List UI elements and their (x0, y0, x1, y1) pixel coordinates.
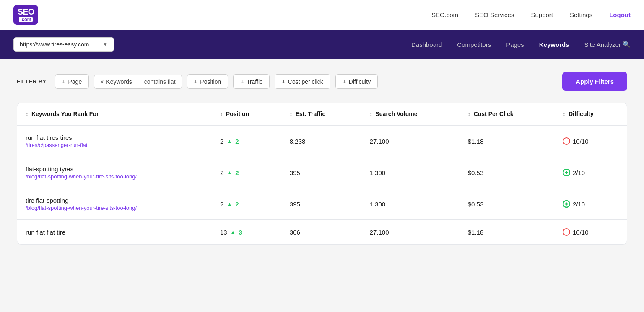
keyword-url[interactable]: /blog/flat-spotting-when-your-tire-sits-… (26, 173, 137, 180)
sort-icon: ↕ (370, 111, 372, 117)
keyword-url[interactable]: /blog/flat-spotting-when-your-tire-sits-… (26, 205, 137, 211)
keyword-name: tire flat-spotting (26, 197, 203, 204)
filter-cpc[interactable]: + Cost per click (275, 74, 330, 89)
top-nav-links: SEO.com SEO Services Support Settings Lo… (431, 11, 631, 18)
plus-icon: + (343, 78, 346, 85)
position-cell: 2 ▲ 2 (212, 157, 281, 188)
filter-difficulty-label: Difficulty (349, 78, 371, 85)
difficulty-cell: 10/10 (554, 220, 627, 245)
close-icon[interactable]: × (100, 78, 104, 85)
sort-icon: ↕ (26, 111, 28, 117)
nav-seo-services[interactable]: SEO Services (475, 11, 514, 18)
nav-logout[interactable]: Logout (609, 11, 631, 18)
main-content: FILTER BY + Page × Keywords contains fla… (0, 59, 644, 258)
nav-seo-com[interactable]: SEO.com (431, 11, 458, 18)
site-selector[interactable]: https://www.tires-easy.com ▼ (13, 37, 114, 52)
position-value: 13 (220, 229, 227, 236)
arrow-up-icon: ▲ (231, 229, 236, 235)
sort-icon: ↕ (220, 111, 223, 117)
difficulty-circle-green (563, 169, 570, 176)
keyword-cell: flat-spotting tyres /blog/flat-spotting-… (17, 157, 212, 188)
site-url: https://www.tires-easy.com (20, 41, 89, 48)
volume-cell: 27,100 (361, 125, 460, 157)
filter-page-label: Page (68, 78, 82, 85)
position-cell: 2 ▲ 2 (212, 188, 281, 220)
chevron-down-icon: ▼ (103, 41, 108, 47)
filter-position[interactable]: + Position (187, 74, 229, 89)
nav-settings[interactable]: Settings (570, 11, 592, 18)
position-delta: 2 (235, 201, 239, 208)
plus-icon: + (240, 78, 244, 85)
nav-competitors[interactable]: Competitors (457, 41, 491, 48)
nav-site-analyzer[interactable]: Site Analyzer 🔍 (584, 41, 631, 48)
search-icon: 🔍 (623, 41, 631, 48)
position-cell: 2 ▲ 2 (212, 125, 281, 157)
arrow-up-icon: ▲ (227, 138, 232, 144)
volume-cell: 1,300 (361, 188, 460, 220)
table-row: run flat tires tires /tires/c/passenger-… (17, 125, 627, 157)
filter-difficulty[interactable]: + Difficulty (335, 74, 378, 89)
col-keyword[interactable]: ↕ Keywords You Rank For (17, 103, 212, 125)
position-value: 2 (220, 201, 223, 208)
table-row: flat-spotting tyres /blog/flat-spotting-… (17, 157, 627, 188)
keyword-name: flat-spotting tyres (26, 165, 203, 173)
keyword-cell: run flat flat tire (17, 220, 212, 245)
volume-cell: 1,300 (361, 157, 460, 188)
position-value: 2 (220, 138, 223, 145)
col-traffic[interactable]: ↕ Est. Traffic (281, 103, 361, 125)
filter-keywords-label: Keywords (106, 78, 132, 85)
keyword-name: run flat flat tire (26, 229, 203, 236)
table-row: run flat flat tire 13 ▲ 3 30627,100$1.18… (17, 220, 627, 245)
table-header-row: ↕ Keywords You Rank For ↕ Position ↕ Est… (17, 103, 627, 125)
filter-row: FILTER BY + Page × Keywords contains fla… (17, 72, 627, 91)
difficulty-value: 2/10 (573, 201, 585, 208)
keyword-cell: tire flat-spotting /blog/flat-spotting-w… (17, 188, 212, 220)
position-delta: 2 (235, 169, 239, 176)
sub-nav-links: Dashboard Competitors Pages Keywords Sit… (411, 41, 631, 48)
keyword-url[interactable]: /tires/c/passenger-run-flat (26, 142, 87, 148)
col-volume[interactable]: ↕ Search Volume (361, 103, 460, 125)
keyword-name: run flat tires tires (26, 134, 203, 141)
position-delta: 2 (235, 138, 239, 145)
traffic-cell: 395 (281, 157, 361, 188)
cpc-cell: $0.53 (460, 188, 554, 220)
position-value: 2 (220, 169, 223, 176)
apply-filters-button[interactable]: Apply Filters (562, 72, 627, 91)
filter-keywords-value: contains flat (138, 75, 182, 88)
cpc-cell: $1.18 (460, 220, 554, 245)
nav-pages[interactable]: Pages (506, 41, 524, 48)
difficulty-value: 10/10 (573, 229, 589, 236)
col-position[interactable]: ↕ Position (212, 103, 281, 125)
cpc-cell: $1.18 (460, 125, 554, 157)
difficulty-cell: 10/10 (554, 125, 627, 157)
nav-keywords[interactable]: Keywords (539, 41, 569, 48)
plus-icon: + (62, 78, 66, 85)
filter-traffic[interactable]: + Traffic (233, 74, 270, 89)
difficulty-circle-green (563, 200, 570, 208)
difficulty-value: 10/10 (573, 138, 589, 145)
logo[interactable]: SEO .com (13, 5, 38, 25)
traffic-cell: 8,238 (281, 125, 361, 157)
sub-nav: https://www.tires-easy.com ▼ Dashboard C… (0, 30, 644, 59)
filter-by-label: FILTER BY (17, 78, 47, 85)
logo-seo: SEO (18, 8, 34, 16)
arrow-up-icon: ▲ (227, 170, 232, 175)
nav-support[interactable]: Support (531, 11, 553, 18)
keyword-cell: run flat tires tires /tires/c/passenger-… (17, 125, 212, 157)
sort-icon: ↕ (468, 111, 470, 117)
nav-dashboard[interactable]: Dashboard (411, 41, 442, 48)
sort-icon: ↕ (290, 111, 292, 117)
col-cpc[interactable]: ↕ Cost Per Click (460, 103, 554, 125)
top-nav: SEO .com SEO.com SEO Services Support Se… (0, 0, 644, 30)
position-cell: 13 ▲ 3 (212, 220, 281, 245)
filter-keywords-left[interactable]: × Keywords (94, 75, 138, 88)
table-row: tire flat-spotting /blog/flat-spotting-w… (17, 188, 627, 220)
col-difficulty[interactable]: ↕ Difficulty (554, 103, 627, 125)
position-delta: 3 (239, 229, 242, 236)
cpc-cell: $0.53 (460, 157, 554, 188)
filter-keywords: × Keywords contains flat (94, 75, 182, 89)
difficulty-circle-red (563, 228, 570, 236)
traffic-cell: 306 (281, 220, 361, 245)
difficulty-value: 2/10 (573, 169, 585, 176)
filter-page[interactable]: + Page (55, 74, 89, 89)
